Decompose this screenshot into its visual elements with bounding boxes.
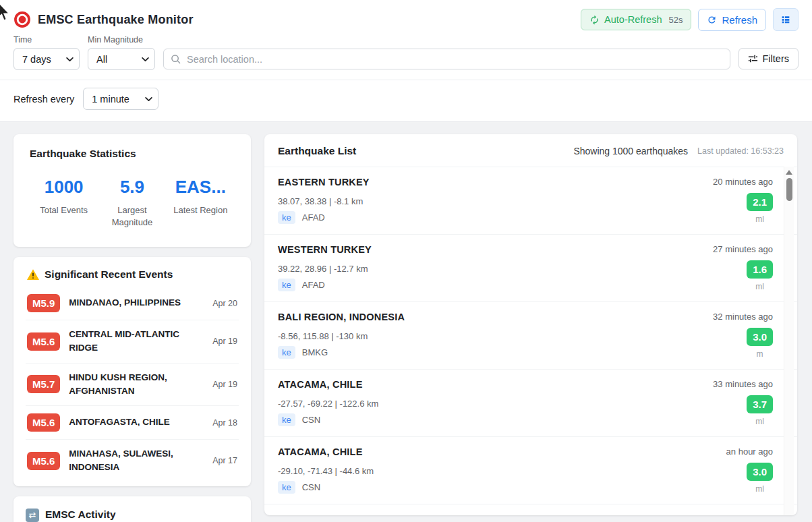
source-agency: AFAD — [302, 212, 325, 223]
event-region: MINAHASA, SULAWESI, INDONESIA — [69, 447, 204, 475]
significant-event-row[interactable]: M5.6 ANTOFAGASTA, CHILE Apr 18 — [26, 406, 239, 440]
magnitude-unit: ml — [755, 282, 764, 291]
earthquake-info: EASTERN TURKEY 38.07, 38.38 | -8.1 km ke… — [278, 177, 370, 225]
time-label: Time — [13, 35, 80, 45]
source-type-badge: ke — [278, 211, 295, 224]
earthquake-info: BALI REGION, INDONESIA -8.56, 115.88 | -… — [278, 312, 405, 359]
earthquake-meta: 33 minutes ago 3.7 ml — [713, 379, 773, 427]
earthquake-list-item[interactable]: PUERTO RICO — [264, 504, 797, 515]
earthquake-source: ke AFAD — [278, 211, 370, 224]
earthquake-list-item[interactable]: EASTERN TURKEY 38.07, 38.38 | -8.1 km ke… — [264, 167, 797, 235]
event-region: ANTOFAGASTA, CHILE — [69, 415, 204, 429]
emsc-earthquake-monitor-app: EMSC Earthquake Monitor Auto-Refresh 52s… — [0, 0, 812, 522]
list-view-toggle-button[interactable] — [773, 8, 799, 31]
refresh-interval-select[interactable]: 1 minute — [83, 88, 158, 110]
earthquake-region: WESTERN TURKEY — [278, 244, 372, 255]
earthquake-region: BALI REGION, INDONESIA — [278, 312, 405, 322]
earthquake-info: ATACAMA, CHILE -27.57, -69.22 | -122.6 k… — [278, 379, 378, 427]
refresh-label: Refresh — [722, 14, 757, 26]
event-date: Apr 17 — [212, 456, 237, 465]
brand-row: EMSC Earthquake Monitor Auto-Refresh 52s… — [13, 0, 799, 32]
warning-icon — [27, 269, 39, 280]
earthquake-coordinates: -29.10, -71.43 | -44.6 km — [278, 466, 374, 476]
magnitude-block: 1.6 ml — [747, 260, 773, 291]
earthquake-meta: 20 minutes ago 2.1 ml — [713, 177, 773, 225]
auto-refresh-label: Auto-Refresh — [604, 14, 662, 25]
sidebar-column: Earthquake Statistics 1000 Total Events … — [13, 134, 251, 522]
refresh-interval-row: Refresh every 1 minute — [13, 80, 799, 121]
auto-refresh-countdown: 52s — [669, 15, 683, 25]
stat-item: EAS... Latest Region — [167, 177, 235, 228]
earthquake-source: ke CSN — [278, 481, 374, 494]
significant-events-list: M5.9 MINDANAO, PHILIPPINES Apr 20 M5.6 C… — [26, 287, 239, 482]
event-date: Apr 19 — [212, 337, 237, 346]
magnitude-badge: 3.0 — [747, 328, 773, 346]
source-type-badge: ke — [278, 346, 295, 359]
earthquake-meta: an hour ago 3.0 ml — [726, 446, 773, 494]
search-input[interactable] — [163, 49, 730, 69]
earthquake-coordinates: -8.56, 115.88 | -130 km — [278, 331, 405, 341]
activity-sync-icon: ⇄ — [26, 509, 39, 522]
time-select[interactable]: 7 days — [13, 48, 80, 70]
stat-value: 5.9 — [100, 177, 163, 198]
statistics-title: Earthquake Statistics — [30, 148, 235, 160]
earthquake-rows: EASTERN TURKEY 38.07, 38.38 | -8.1 km ke… — [264, 167, 797, 515]
last-updated: Last updated: 16:53:23 — [697, 146, 784, 156]
earthquake-source: ke AFAD — [278, 279, 372, 291]
list-scrollbar — [784, 167, 794, 515]
magnitude-block: 3.0 ml — [747, 463, 773, 494]
stat-value: 1000 — [32, 177, 95, 198]
earthquake-list-item[interactable]: ATACAMA, CHILE -27.57, -69.22 | -122.6 k… — [264, 370, 797, 437]
earthquake-list-item[interactable]: ATACAMA, CHILE -29.10, -71.43 | -44.6 km… — [264, 437, 797, 504]
magnitude-block: 3.7 ml — [747, 395, 773, 426]
top-bar: EMSC Earthquake Monitor Auto-Refresh 52s… — [0, 0, 812, 122]
refresh-button[interactable]: Refresh — [698, 9, 766, 31]
filters-button[interactable]: Filters — [738, 48, 799, 69]
time-ago: 20 minutes ago — [713, 177, 773, 187]
magnitude-unit: ml — [755, 417, 764, 426]
magnitude-block: 2.1 ml — [747, 193, 773, 224]
filter-row: Time 7 days Min Magnitude All — [13, 35, 799, 70]
significant-event-row[interactable]: M5.9 MINDANAO, PHILIPPINES Apr 20 — [26, 287, 239, 320]
earthquake-meta — [759, 514, 773, 515]
stat-label: Latest Region — [169, 204, 232, 216]
stat-value: EAS... — [169, 177, 232, 198]
scrollbar-up-arrow[interactable] — [786, 170, 792, 175]
magnitude-badge: 3.0 — [747, 463, 773, 481]
min-magnitude-label: Min Magnitude — [88, 35, 155, 45]
min-magnitude-select[interactable]: All — [88, 48, 155, 70]
earthquake-info: WESTERN TURKEY 39.22, 28.96 | -12.7 km k… — [278, 244, 372, 292]
significant-events-title: Significant Recent Events — [45, 268, 173, 281]
stat-item: 1000 Total Events — [30, 177, 98, 228]
earthquake-list-card: Earthquake List Showing 1000 earthquakes… — [264, 134, 797, 515]
source-type-badge: ke — [278, 279, 295, 291]
earthquake-meta: 32 minutes ago 3.0 m — [713, 312, 773, 359]
autorenew-icon — [589, 15, 600, 25]
time-filter-group: Time 7 days — [13, 35, 80, 70]
search-icon — [171, 54, 181, 64]
showing-count: Showing 1000 earthquakes — [573, 146, 688, 156]
time-ago: 33 minutes ago — [713, 379, 773, 389]
source-agency: AFAD — [302, 280, 325, 290]
significant-event-row[interactable]: M5.6 CENTRAL MID-ATLANTIC RIDGE Apr 19 — [26, 320, 239, 364]
scrollbar-thumb[interactable] — [786, 178, 792, 201]
earthquake-info: PUERTO RICO — [278, 514, 347, 515]
statistics-row: 1000 Total Events 5.9 Largest Magnitude … — [30, 177, 235, 228]
earthquake-source: ke CSN — [278, 413, 378, 426]
list-view-icon — [780, 14, 791, 25]
emsc-activity-title: EMSC Activity — [45, 509, 116, 521]
earthquake-list-item[interactable]: BALI REGION, INDONESIA -8.56, 115.88 | -… — [264, 302, 797, 370]
event-date: Apr 18 — [212, 418, 237, 428]
auto-refresh-button[interactable]: Auto-Refresh 52s — [581, 9, 691, 30]
earthquake-coordinates: 39.22, 28.96 | -12.7 km — [278, 264, 372, 274]
emsc-activity-card: ⇄ EMSC Activity — [13, 496, 251, 522]
earthquake-meta: 27 minutes ago 1.6 ml — [713, 244, 773, 292]
page-title: EMSC Earthquake Monitor — [38, 13, 194, 27]
earthquake-statistics-card: Earthquake Statistics 1000 Total Events … — [13, 134, 251, 247]
earthquake-list-item[interactable]: WESTERN TURKEY 39.22, 28.96 | -12.7 km k… — [264, 235, 797, 302]
significant-event-row[interactable]: M5.7 HINDU KUSH REGION, AFGHANISTAN Apr … — [26, 364, 239, 407]
stat-label: Largest Magnitude — [100, 204, 163, 228]
event-region: MINDANAO, PHILIPPINES — [69, 296, 204, 310]
magnitude-unit: ml — [755, 484, 764, 494]
significant-event-row[interactable]: M5.6 MINAHASA, SULAWESI, INDONESIA Apr 1… — [26, 440, 239, 482]
